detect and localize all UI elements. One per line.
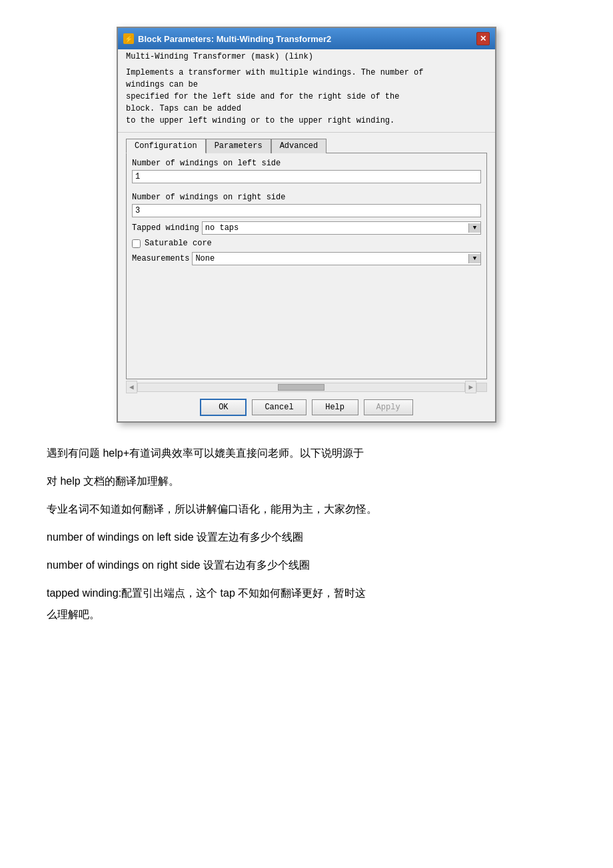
apply-button[interactable]: Apply: [364, 399, 413, 415]
desc-line-3: specified for the left side and for the …: [126, 91, 487, 103]
tapped-winding-arrow[interactable]: ▼: [468, 223, 480, 233]
h-scroll-track[interactable]: [137, 383, 466, 392]
tapped-winding-label: Tapped winding: [132, 223, 199, 233]
tapped-winding-select[interactable]: no taps ▼: [202, 221, 481, 235]
dialog-wrapper: ⚡ Block Parameters: Multi-Winding Transf…: [40, 27, 573, 423]
measurements-row: Measurements None ▼: [132, 252, 481, 265]
help-button[interactable]: Help: [312, 399, 358, 415]
mask-link-text: Multi-Winding Transformer (mask) (link): [126, 52, 313, 61]
dialog-titlebar: ⚡ Block Parameters: Multi-Winding Transf…: [118, 28, 495, 49]
scrollbar-row: ◀ ▶: [126, 381, 487, 393]
text-para-5: number of windings on right side 设置右边有多少…: [47, 555, 566, 576]
tab-bar: Configuration Parameters Advanced: [118, 133, 495, 153]
v-scroll-corner: [476, 383, 487, 392]
mask-link-line: Multi-Winding Transformer (mask) (link): [118, 49, 495, 61]
text-para-1: 遇到有问题 help+有道词典效率可以媲美直接问老师。以下说明源于: [47, 443, 566, 464]
ok-button[interactable]: OK: [200, 399, 247, 416]
dialog-content-area: Number of windings on left side Number o…: [126, 153, 487, 379]
text-content-section: 遇到有问题 help+有道词典效率可以媲美直接问老师。以下说明源于 对 help…: [40, 443, 573, 625]
block-parameters-dialog: ⚡ Block Parameters: Multi-Winding Transf…: [117, 27, 496, 423]
left-windings-label: Number of windings on left side: [132, 159, 481, 168]
dialog-title: Block Parameters: Multi-Winding Transfor…: [138, 34, 331, 44]
titlebar-left: ⚡ Block Parameters: Multi-Winding Transf…: [123, 33, 331, 44]
desc-line-5: to the upper left winding or to the uppe…: [126, 115, 487, 127]
saturable-core-checkbox[interactable]: [132, 239, 141, 248]
measurements-value: None: [193, 253, 468, 265]
dialog-buttons: OK Cancel Help Apply: [118, 393, 495, 421]
text-para-4: number of windings on left side 设置左边有多少个…: [47, 527, 566, 548]
close-button[interactable]: ✕: [476, 32, 490, 45]
tapped-winding-value: no taps: [203, 222, 468, 234]
text-para-3: 专业名词不知道如何翻译，所以讲解偏口语化，能用为主，大家勿怪。: [47, 499, 566, 520]
scroll-right-btn[interactable]: ▶: [465, 381, 476, 393]
tab-advanced[interactable]: Advanced: [271, 139, 327, 153]
desc-line-2: windings can be: [126, 79, 487, 91]
right-windings-input[interactable]: [132, 204, 481, 217]
measurements-label: Measurements: [132, 254, 189, 263]
tapped-winding-row: Tapped winding no taps ▼: [132, 221, 481, 235]
measurements-arrow[interactable]: ▼: [468, 254, 480, 263]
left-windings-input[interactable]: [132, 170, 481, 183]
text-para-2: 对 help 文档的翻译加理解。: [47, 471, 566, 492]
desc-line-1: Implements a transformer with multiple w…: [126, 67, 487, 79]
tab-configuration[interactable]: Configuration: [126, 139, 206, 153]
scroll-left-btn[interactable]: ◀: [126, 381, 137, 393]
cancel-button[interactable]: Cancel: [252, 399, 306, 415]
h-scroll-thumb[interactable]: [278, 384, 324, 391]
dialog-description: Implements a transformer with multiple w…: [118, 61, 495, 133]
desc-line-4: block. Taps can be added: [126, 103, 487, 115]
text-para-6: tapped winding:配置引出端点，这个 tap 不知如何翻译更好，暂时…: [47, 583, 566, 625]
right-windings-label: Number of windings on right side: [132, 193, 481, 202]
tab-parameters[interactable]: Parameters: [206, 139, 271, 153]
measurements-select[interactable]: None ▼: [192, 252, 481, 265]
saturable-core-row: Saturable core: [132, 239, 481, 248]
saturable-core-label: Saturable core: [145, 239, 212, 248]
dialog-icon: ⚡: [123, 33, 134, 44]
